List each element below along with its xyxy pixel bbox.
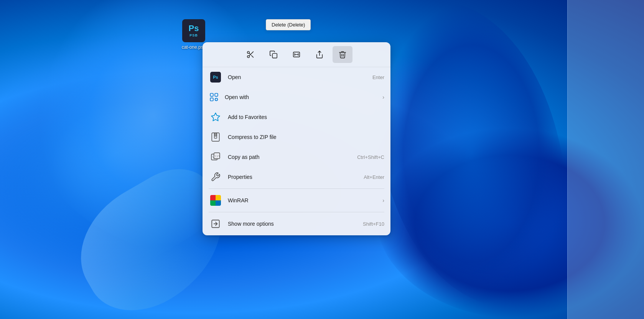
context-menu-toolbar bbox=[203, 42, 390, 67]
rename-button[interactable] bbox=[287, 46, 306, 63]
menu-open-shortcut: Enter bbox=[372, 74, 384, 80]
svg-rect-11 bbox=[210, 93, 213, 96]
menu-properties-shortcut: Alt+Enter bbox=[364, 174, 384, 180]
open-with-arrow-icon: › bbox=[382, 94, 384, 100]
menu-item-properties[interactable]: Properties Alt+Enter bbox=[203, 167, 390, 187]
separator-1 bbox=[209, 188, 384, 189]
svg-line-4 bbox=[249, 53, 250, 55]
winrar-arrow-icon: › bbox=[382, 197, 384, 203]
menu-copy-path-label: Copy as path bbox=[228, 154, 357, 160]
tooltip-text: Delete (Delete) bbox=[272, 22, 305, 28]
svg-rect-5 bbox=[272, 53, 277, 58]
file-name-label: cat-one.psb bbox=[182, 45, 206, 50]
svg-line-3 bbox=[251, 55, 253, 57]
properties-wrench-icon bbox=[209, 170, 222, 184]
ps-format-label: PSB bbox=[189, 33, 198, 37]
svg-text:\\\: \\\ bbox=[215, 154, 220, 158]
menu-show-more-shortcut: Shift+F10 bbox=[363, 221, 384, 227]
menu-open-label: Open bbox=[228, 74, 372, 80]
menu-item-copy-path[interactable]: \\\ \\\ Copy as path Ctrl+Shift+C bbox=[203, 147, 390, 167]
menu-item-compress-zip[interactable]: Compress to ZIP file bbox=[203, 127, 390, 147]
menu-item-winrar[interactable]: WinRAR › bbox=[203, 190, 390, 210]
menu-item-show-more[interactable]: Show more options Shift+F10 bbox=[203, 214, 390, 234]
psb-file-icon: Ps PSB bbox=[182, 19, 205, 42]
delete-button[interactable] bbox=[333, 46, 352, 63]
separator-2 bbox=[209, 212, 384, 212]
context-menu: Ps Open Enter Open with › Add to Favo bbox=[203, 42, 390, 235]
svg-rect-16 bbox=[212, 133, 219, 141]
menu-properties-label: Properties bbox=[228, 174, 364, 180]
svg-rect-13 bbox=[210, 98, 213, 101]
show-more-icon bbox=[209, 217, 222, 231]
cut-button[interactable] bbox=[240, 46, 260, 63]
menu-winrar-label: WinRAR bbox=[228, 197, 379, 203]
open-with-icon bbox=[209, 92, 219, 102]
favorites-star-icon bbox=[209, 110, 222, 124]
svg-marker-15 bbox=[211, 113, 220, 121]
menu-copy-path-shortcut: Ctrl+Shift+C bbox=[357, 154, 384, 160]
winrar-icon bbox=[209, 193, 222, 207]
menu-show-more-label: Show more options bbox=[228, 221, 363, 227]
ps-logo-text: Ps bbox=[189, 24, 199, 33]
copy-path-icon: \\\ \\\ bbox=[209, 150, 222, 164]
menu-open-with-label: Open with bbox=[225, 94, 379, 100]
zip-icon bbox=[209, 130, 222, 144]
menu-item-add-favorites[interactable]: Add to Favorites bbox=[203, 107, 390, 127]
svg-rect-22 bbox=[214, 136, 217, 138]
copy-button[interactable] bbox=[264, 46, 283, 63]
menu-compress-zip-label: Compress to ZIP file bbox=[228, 134, 384, 140]
share-button[interactable] bbox=[310, 46, 329, 63]
open-ps-icon: Ps bbox=[209, 70, 222, 84]
menu-item-open-with[interactable]: Open with › bbox=[203, 87, 390, 107]
delete-tooltip: Delete (Delete) bbox=[266, 19, 311, 30]
svg-rect-12 bbox=[215, 93, 218, 96]
menu-favorites-label: Add to Favorites bbox=[228, 114, 384, 120]
menu-item-open[interactable]: Ps Open Enter bbox=[203, 67, 390, 87]
